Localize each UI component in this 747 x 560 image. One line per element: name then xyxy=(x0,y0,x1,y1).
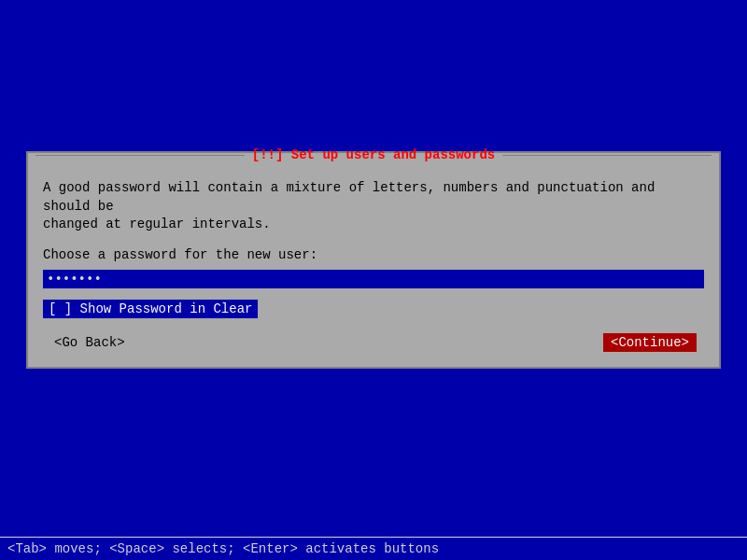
password-input[interactable] xyxy=(43,270,704,288)
status-bar: <Tab> moves; <Space> selects; <Enter> ac… xyxy=(0,537,747,560)
dialog-title: [!!] Set up users and passwords xyxy=(245,147,502,162)
dialog-title-bar: [!!] Set up users and passwords xyxy=(28,144,719,166)
continue-button[interactable]: <Continue> xyxy=(603,333,697,352)
buttons-row: <Go Back> <Continue> xyxy=(43,333,704,352)
title-line-right xyxy=(502,155,712,156)
dialog-body: A good password will contain a mixture o… xyxy=(28,175,719,367)
password-input-container xyxy=(43,270,704,288)
show-password-checkbox[interactable]: [ ] Show Password in Clear xyxy=(43,300,258,318)
description-text: A good password will contain a mixture o… xyxy=(43,179,704,234)
prompt-text: Choose a password for the new user: xyxy=(43,247,704,262)
setup-dialog: [!!] Set up users and passwords A good p… xyxy=(26,151,721,369)
title-line-left xyxy=(35,155,245,156)
go-back-button[interactable]: <Go Back> xyxy=(50,333,129,352)
